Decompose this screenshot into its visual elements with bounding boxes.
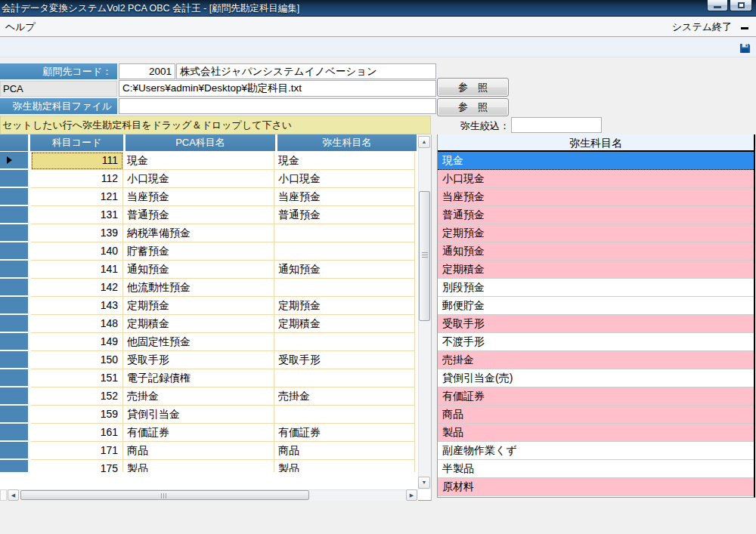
cell-code[interactable]: 121 bbox=[31, 188, 123, 206]
vertical-scrollbar-thumb[interactable] bbox=[419, 191, 430, 321]
cell-code[interactable]: 171 bbox=[31, 442, 123, 460]
cell-code[interactable]: 139 bbox=[31, 224, 123, 242]
cell-yayoi-name[interactable]: 定期預金 bbox=[274, 297, 415, 315]
column-header-code[interactable]: 科目コード bbox=[30, 134, 123, 151]
client-code-input[interactable] bbox=[119, 63, 175, 79]
cell-yayoi-name[interactable]: 受取手形 bbox=[274, 351, 415, 369]
row-selector[interactable] bbox=[0, 387, 28, 406]
table-row[interactable]: 152売掛金売掛金 bbox=[0, 387, 418, 406]
table-row[interactable]: 150受取手形受取手形 bbox=[0, 351, 418, 369]
list-item[interactable]: 当座預金 bbox=[438, 188, 754, 206]
cell-yayoi-name[interactable]: 小口現金 bbox=[274, 170, 415, 188]
cell-yayoi-name[interactable]: 商品 bbox=[274, 442, 415, 460]
table-row[interactable]: 161有価証券有価証券 bbox=[0, 424, 418, 442]
row-selector[interactable] bbox=[0, 152, 28, 170]
cell-code[interactable]: 142 bbox=[31, 279, 123, 297]
cell-pca-name[interactable]: 当座預金 bbox=[123, 188, 274, 206]
cell-pca-name[interactable]: 受取手形 bbox=[123, 351, 274, 369]
row-selector[interactable] bbox=[0, 170, 28, 188]
row-selector[interactable] bbox=[0, 369, 28, 387]
list-item[interactable]: 不渡手形 bbox=[438, 333, 754, 351]
cell-pca-name[interactable]: 普通預金 bbox=[123, 206, 274, 224]
list-item[interactable]: 定期積金 bbox=[438, 261, 754, 279]
cell-yayoi-name[interactable] bbox=[274, 333, 415, 351]
table-row[interactable]: 151電子記録債権 bbox=[0, 369, 418, 387]
minimize-button[interactable] bbox=[707, 0, 728, 11]
list-item[interactable]: 小口現金 bbox=[438, 170, 754, 188]
cell-pca-name[interactable]: 納税準備預金 bbox=[123, 224, 274, 242]
cell-yayoi-name[interactable]: 有価証券 bbox=[274, 424, 415, 442]
yayoi-filter-input[interactable] bbox=[511, 117, 602, 133]
cell-yayoi-name[interactable]: 当座預金 bbox=[274, 188, 415, 206]
list-item[interactable]: 受取手形 bbox=[438, 315, 754, 333]
cell-code[interactable]: 131 bbox=[31, 206, 123, 224]
table-row[interactable]: 175製品製品 bbox=[0, 460, 418, 472]
cell-yayoi-name[interactable]: 普通預金 bbox=[274, 206, 415, 224]
cell-pca-name[interactable]: 商品 bbox=[123, 442, 274, 460]
table-row[interactable]: 140貯蓄預金 bbox=[0, 242, 418, 261]
cell-yayoi-name[interactable]: 通知預金 bbox=[274, 261, 415, 279]
table-row[interactable]: 141通知預金通知預金 bbox=[0, 261, 418, 279]
table-row[interactable]: 131普通預金普通預金 bbox=[0, 206, 418, 224]
cell-code[interactable]: 111 bbox=[31, 152, 123, 170]
cell-yayoi-name[interactable]: 製品 bbox=[274, 460, 415, 472]
table-row[interactable]: 171商品商品 bbox=[0, 442, 418, 460]
list-item[interactable]: 普通預金 bbox=[438, 206, 754, 224]
list-item[interactable]: 別段預金 bbox=[438, 279, 754, 297]
cell-code[interactable]: 151 bbox=[31, 369, 123, 387]
menu-system-exit[interactable]: システム終了 bbox=[672, 20, 732, 34]
pca-file-input[interactable] bbox=[119, 80, 436, 97]
cell-yayoi-name[interactable] bbox=[274, 242, 415, 261]
table-row[interactable]: 112小口現金小口現金 bbox=[0, 170, 418, 188]
list-item[interactable]: 副産物作業くず bbox=[438, 442, 754, 460]
list-item[interactable]: 原材料 bbox=[438, 478, 754, 496]
table-row[interactable]: 149他固定性預金 bbox=[0, 333, 418, 351]
column-header-yayoi[interactable]: 弥生科目名 bbox=[277, 134, 417, 151]
cell-pca-name[interactable]: 小口現金 bbox=[123, 170, 274, 188]
save-icon[interactable] bbox=[739, 42, 751, 54]
cell-code[interactable]: 150 bbox=[31, 351, 123, 369]
list-item[interactable]: 商品 bbox=[438, 406, 754, 424]
cell-code[interactable]: 148 bbox=[31, 315, 123, 333]
mdi-minimize-icon[interactable] bbox=[741, 27, 748, 29]
scroll-right-icon[interactable]: ▶ bbox=[406, 489, 417, 501]
table-row[interactable]: 142他流動性預金 bbox=[0, 279, 418, 297]
list-item[interactable]: 有価証券 bbox=[438, 387, 754, 406]
cell-pca-name[interactable]: 貸倒引当金 bbox=[123, 406, 274, 424]
row-selector[interactable] bbox=[0, 333, 28, 351]
cell-code[interactable]: 152 bbox=[31, 387, 123, 406]
list-item[interactable]: 貸倒引当金(売) bbox=[438, 369, 754, 387]
row-selector[interactable] bbox=[0, 206, 28, 224]
table-row[interactable]: 139納税準備預金 bbox=[0, 224, 418, 242]
cell-yayoi-name[interactable] bbox=[274, 224, 415, 242]
cell-pca-name[interactable]: 電子記録債権 bbox=[123, 369, 274, 387]
menu-help[interactable]: ヘルプ bbox=[5, 20, 36, 34]
list-item[interactable]: 郵便貯金 bbox=[438, 297, 754, 315]
cell-code[interactable]: 141 bbox=[31, 261, 123, 279]
scroll-down-icon[interactable]: ▼ bbox=[418, 477, 430, 489]
row-selector[interactable] bbox=[0, 279, 28, 297]
scroll-left-icon[interactable]: ◀ bbox=[8, 489, 19, 501]
row-selector[interactable] bbox=[0, 406, 28, 424]
row-selector[interactable] bbox=[0, 315, 28, 333]
cell-yayoi-name[interactable]: 定期積金 bbox=[274, 315, 415, 333]
list-item[interactable]: 半製品 bbox=[438, 460, 754, 478]
row-selector[interactable] bbox=[0, 242, 28, 261]
maximize-button[interactable] bbox=[730, 0, 752, 11]
row-selector[interactable] bbox=[0, 442, 28, 460]
cell-pca-name[interactable]: 他流動性預金 bbox=[123, 279, 274, 297]
cell-code[interactable]: 112 bbox=[31, 170, 123, 188]
cell-pca-name[interactable]: 他固定性預金 bbox=[123, 333, 274, 351]
cell-yayoi-name[interactable]: 現金 bbox=[274, 152, 415, 170]
cell-pca-name[interactable]: 売掛金 bbox=[123, 387, 274, 406]
list-item[interactable]: 定期預金 bbox=[438, 224, 754, 242]
cell-pca-name[interactable]: 現金 bbox=[123, 152, 274, 170]
yayoi-file-input[interactable] bbox=[119, 98, 436, 114]
table-row[interactable]: 121当座預金当座預金 bbox=[0, 188, 418, 206]
cell-code[interactable]: 143 bbox=[31, 297, 123, 315]
client-name-input[interactable] bbox=[176, 63, 436, 79]
table-row[interactable]: 148定期積金定期積金 bbox=[0, 315, 418, 333]
row-selector[interactable] bbox=[0, 351, 28, 369]
column-header-pca[interactable]: PCA科目名 bbox=[125, 134, 275, 151]
cell-code[interactable]: 175 bbox=[31, 460, 123, 472]
